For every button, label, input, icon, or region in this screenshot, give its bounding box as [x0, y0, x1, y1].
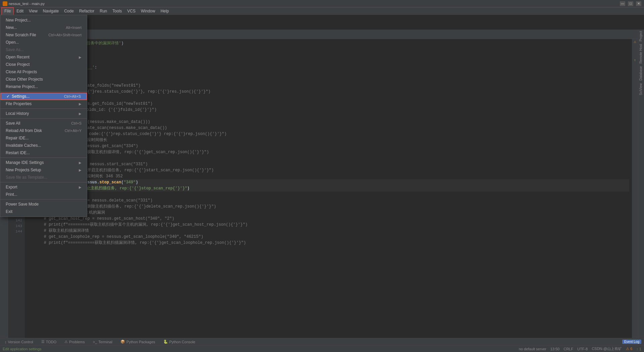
- sidebar-right-project[interactable]: Project: [638, 30, 644, 43]
- code-content[interactable]: print('获取扫描任务中的漏洞详情') return rep if __na…: [32, 39, 632, 343]
- code-line-137: # print(f"========删除主机扫描任务, rep:{'{'}del…: [34, 204, 629, 210]
- code-line-116: # 创建工作文件: [34, 77, 629, 83]
- sidebar-right-remote-host[interactable]: Remote Host: [638, 43, 644, 65]
- code-line-123: # print(json.dumps(nessus.make_scan_data…: [34, 119, 629, 125]
- code-line-111: return rep: [34, 46, 629, 52]
- menu-power-save[interactable]: Power Save Mode: [0, 201, 87, 208]
- no-default-server-label: no default server: [519, 347, 546, 351]
- window-controls[interactable]: — □ ✕: [620, 1, 641, 6]
- up-icon: ↑: [632, 58, 638, 64]
- code-line-112: [34, 52, 629, 58]
- menu-code[interactable]: Code: [61, 7, 76, 15]
- minimize-button[interactable]: —: [620, 1, 625, 6]
- window-title: nessus_test - main.py: [9, 2, 45, 6]
- code-line-139: # get_scan_host_rep = nessus.get_scan_ho…: [34, 216, 629, 222]
- file-menu: New Project... New... Alt+Insert New Scr…: [0, 15, 87, 217]
- code-line-118: # print(f"code: {'{'}res.status_code{'}'…: [34, 89, 629, 95]
- menu-settings[interactable]: ✓ Settings... Ctrl+Alt+S: [0, 93, 87, 100]
- tab-terminal[interactable]: >_ Terminal: [91, 338, 114, 346]
- code-line-119: # 获取folds_id: [34, 95, 629, 101]
- tab-problems[interactable]: ⚠ Problems: [62, 338, 87, 346]
- code-line-122: # 创建扫描: [34, 113, 629, 119]
- tab-todo[interactable]: ☰ TODO: [39, 338, 59, 346]
- sidebar-right-sciview[interactable]: SciView: [638, 82, 644, 96]
- menu-help[interactable]: Help: [158, 7, 172, 15]
- code-line-144: [34, 246, 629, 252]
- tab-version-control[interactable]: ↕ Version Control: [3, 338, 35, 346]
- menu-new[interactable]: New... Alt+Insert: [0, 24, 87, 31]
- separator-4: [0, 158, 87, 158]
- right-gutter: ⚠ ↑: [632, 39, 638, 343]
- code-line-136: # delete_scan_rep = nessus.delete_scan("…: [34, 197, 629, 204]
- close-button[interactable]: ✕: [636, 1, 641, 6]
- menu-local-history[interactable]: Local History ▶: [0, 110, 87, 117]
- title-bar-left: nessus_test - main.py: [3, 1, 45, 6]
- code-line-121: # print(f"获取到的folds_id: {'{'}folds_id{'}…: [34, 107, 629, 113]
- tab-python-packages[interactable]: 📦 Python Packages: [118, 338, 157, 346]
- menu-close-all-projects[interactable]: Close All Projects: [0, 68, 87, 76]
- editor-area: ⊕ ≡ ÷ ⚙ — 🐍 main.py ✕ 110 111 112 113 11…: [8, 30, 638, 350]
- code-line-124: # rep = nessus.create_scan(nessus.make_s…: [34, 125, 629, 131]
- code-area: 110 111 112 113 114 115 116 117 118 119 …: [8, 39, 638, 343]
- code-line-129: # 开启主机扫描任务: [34, 155, 629, 161]
- menu-file[interactable]: File: [1, 7, 14, 15]
- menu-vcs[interactable]: VCS: [124, 7, 138, 15]
- tab-python-console-label: Python Console: [169, 340, 196, 344]
- event-log-button[interactable]: Event Log: [622, 340, 641, 344]
- menu-close-other-projects[interactable]: Close Other Projects: [0, 76, 87, 83]
- menu-open-recent[interactable]: Open Recent ▶: [0, 53, 87, 61]
- python-packages-icon: 📦: [120, 340, 125, 344]
- menu-window[interactable]: Window: [138, 7, 158, 15]
- tab-python-console[interactable]: 🐍 Python Console: [161, 338, 198, 346]
- menu-new-scratch[interactable]: New Scratch File Ctrl+Alt+Shift+Insert: [0, 31, 87, 39]
- right-sidebar: Project Remote Host Database SciView: [638, 30, 644, 350]
- code-line-135: # 删除主机扫描任务: [34, 191, 629, 197]
- title-bar: nessus_test - main.py — □ ✕: [0, 0, 644, 7]
- sidebar-right-database[interactable]: Database: [638, 65, 644, 82]
- warning-icon-1: ⚠: [632, 40, 638, 46]
- problems-icon: ⚠: [64, 340, 68, 344]
- menu-view[interactable]: View: [26, 7, 40, 15]
- menu-invalidate-caches[interactable]: Invalidate Caches...: [0, 142, 87, 149]
- status-errors: ↑ 1: [636, 347, 641, 351]
- menu-open[interactable]: Open...: [0, 39, 87, 46]
- separator-5: [0, 182, 87, 182]
- menu-refactor[interactable]: Refactor: [76, 7, 97, 15]
- menu-save-as[interactable]: Save As...: [0, 46, 87, 53]
- menu-print[interactable]: Print...: [0, 191, 87, 198]
- menu-reload-all[interactable]: Reload All from Disk Ctrl+Alt+Y: [0, 127, 87, 134]
- menu-tools[interactable]: Tools: [110, 7, 124, 15]
- edit-settings-link[interactable]: Edit application settings: [3, 347, 42, 351]
- code-line-126: # 获取主机扫描详情 响应时间很长: [34, 137, 629, 143]
- code-line-113: [34, 58, 629, 64]
- code-line-114: if __name__ == '__main__':: [34, 64, 629, 71]
- code-line-132: # 停止主机扫描任务 响应时间长 346 352: [34, 173, 629, 179]
- menu-manage-ide[interactable]: Manage IDE Settings ▶: [0, 159, 87, 166]
- status-bar: Edit application settings no default ser…: [0, 345, 644, 352]
- maximize-button[interactable]: □: [628, 1, 633, 6]
- settings-check-icon: ✓: [6, 94, 10, 99]
- vcs-icon: ↕: [5, 340, 7, 344]
- menu-edit[interactable]: Edit: [14, 7, 26, 15]
- menu-file-properties[interactable]: File Properties ▶: [0, 100, 87, 107]
- menu-repair-ide[interactable]: Repair IDE...: [0, 134, 87, 142]
- terminal-icon: >_: [93, 340, 97, 344]
- code-line-110: print('获取扫描任务中的漏洞详情'): [34, 40, 629, 46]
- code-line-138: # 获取主机扫描中某个主机的漏洞: [34, 210, 629, 216]
- code-line-127: # get_scan_rep = nessus.get_scan("334"): [34, 143, 629, 149]
- tab-python-packages-label: Python Packages: [126, 340, 155, 344]
- menu-save-file-template[interactable]: Save file as Template...: [0, 174, 87, 181]
- menu-run[interactable]: Run: [97, 7, 110, 15]
- code-line-128: # print(f"========获取主机扫描详情, rep:{'{'}get…: [34, 149, 629, 155]
- menu-new-project[interactable]: New Project...: [0, 16, 87, 24]
- menu-save-all[interactable]: Save All Ctrl+S: [0, 120, 87, 127]
- menu-new-projects-setup[interactable]: New Projects Setup ▶: [0, 166, 87, 174]
- menu-navigate[interactable]: Navigate: [40, 7, 61, 15]
- menu-close-project[interactable]: Close Project: [0, 61, 87, 68]
- menu-rename-project[interactable]: Rename Project...: [0, 83, 87, 90]
- menu-export[interactable]: Export ▶: [0, 183, 87, 191]
- code-line-142: # get_scan_loophole_rep = nessus.get_sca…: [34, 234, 629, 240]
- menu-exit[interactable]: Exit: [0, 208, 87, 215]
- menu-bar: File Edit View Navigate Code Refactor Ru…: [0, 7, 644, 15]
- menu-restart-ide[interactable]: Restart IDE...: [0, 149, 87, 157]
